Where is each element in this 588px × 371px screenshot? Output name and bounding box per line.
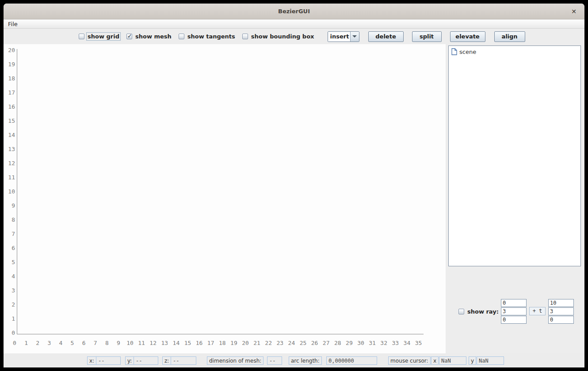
y-axis-tick-label: 18: [4, 75, 15, 82]
delete-button[interactable]: delete: [368, 31, 404, 42]
y-axis-tick-label: 19: [4, 61, 15, 68]
checkbox-box[interactable]: [179, 34, 184, 39]
x-axis-tick-label: 21: [253, 340, 260, 346]
main-content: 20191817161514131211109876543210 0123456…: [4, 44, 584, 353]
x-axis-tick-label: 18: [219, 340, 226, 346]
x-axis-tick-label: 13: [161, 340, 168, 346]
ray-direction-x-field[interactable]: [548, 299, 574, 307]
checkbox-box[interactable]: [79, 34, 84, 39]
scene-tree-panel[interactable]: scene: [448, 45, 581, 266]
ray-operator-label: + t: [529, 307, 546, 315]
chevron-down-icon: [352, 35, 357, 38]
arc-length-label: arc length:: [289, 356, 322, 365]
menu-file[interactable]: File: [4, 20, 22, 28]
y-axis-line: [17, 49, 17, 334]
y-axis-tick-label: 20: [4, 47, 15, 53]
checkbox-box[interactable]: [126, 34, 132, 39]
x-axis-tick-label: 23: [276, 340, 283, 346]
dropdown-arrow-button[interactable]: [350, 32, 359, 42]
y-axis-tick-label: 4: [4, 273, 15, 280]
x-axis-tick-label: 16: [196, 340, 203, 346]
x-axis-tick-label: 28: [334, 340, 341, 346]
x-axis-tick-label: 34: [404, 340, 411, 346]
elevate-button[interactable]: elevate: [450, 31, 485, 42]
x-axis-tick-label: 25: [300, 340, 307, 346]
y-axis-tick-label: 14: [4, 132, 15, 138]
y-coord-label: y:: [125, 356, 134, 365]
align-button[interactable]: align: [494, 31, 525, 42]
x-axis-tick-label: 27: [323, 340, 330, 346]
x-axis-tick-label: 8: [105, 340, 109, 346]
cursor-y-field: NaN: [477, 356, 504, 365]
x-axis-tick-label: 10: [126, 340, 134, 346]
tree-node-label: scene: [459, 49, 476, 55]
y-axis-tick-label: 6: [4, 245, 15, 251]
checkbox-label[interactable]: show grid: [86, 32, 121, 41]
x-axis-tick-label: 9: [117, 340, 120, 346]
checkbox-show-bounding-box[interactable]: show bounding box: [242, 32, 316, 41]
checkbox-show-grid[interactable]: show grid: [79, 32, 121, 41]
cursor-y-label: y: [469, 356, 476, 365]
ray-origin-y-field[interactable]: [501, 307, 527, 315]
show-ray-checkbox[interactable]: [458, 309, 464, 314]
status-bar: x: -- y: -- z: -- dimension of mesh: -- …: [4, 353, 584, 367]
checkbox-label[interactable]: show tangents: [186, 32, 237, 41]
checkbox-show-tangents[interactable]: show tangents: [179, 32, 237, 41]
app-window: BezierGUI ✕ File show grid show mesh sho…: [4, 4, 584, 367]
cursor-x-label: x: [431, 356, 439, 365]
ray-origin-z-field[interactable]: [501, 316, 527, 324]
x-axis-tick-label: 14: [173, 340, 180, 346]
x-axis-tick-label: 0: [13, 340, 16, 346]
checkbox-box[interactable]: [242, 34, 248, 39]
checkbox-show-mesh[interactable]: show mesh: [126, 32, 173, 41]
y-axis-tick-label: 1: [4, 315, 15, 322]
y-axis-tick-label: 8: [4, 216, 15, 223]
drawing-canvas[interactable]: 20191817161514131211109876543210 0123456…: [4, 44, 446, 353]
y-coord-field: --: [134, 356, 158, 365]
x-axis-tick-label: 11: [138, 340, 145, 346]
insert-dropdown-value[interactable]: insert: [328, 32, 350, 42]
x-axis-tick-label: 1: [24, 340, 28, 346]
x-axis-tick-label: 17: [207, 340, 214, 346]
y-axis-tick-label: 13: [4, 146, 15, 152]
z-coord-label: z:: [162, 356, 171, 365]
checkbox-label[interactable]: show mesh: [134, 32, 173, 41]
show-ray-label[interactable]: show ray:: [467, 308, 499, 315]
ray-direction-y-field[interactable]: [548, 307, 574, 315]
x-axis-tick-label: 22: [265, 340, 272, 346]
y-axis-tick-label: 9: [4, 202, 15, 209]
cursor-x-field: NaN: [439, 356, 466, 365]
y-axis-tick-label: 3: [4, 287, 15, 294]
document-icon: [451, 48, 457, 55]
x-axis-tick-label: 2: [36, 340, 39, 346]
y-axis-tick-label: 10: [4, 188, 15, 195]
split-button[interactable]: split: [412, 31, 442, 42]
ray-panel: show ray: + t: [454, 298, 583, 333]
x-axis-tick-label: 35: [415, 340, 422, 346]
checkbox-label[interactable]: show bounding box: [250, 32, 316, 41]
x-axis-tick-label: 5: [71, 340, 74, 346]
ray-origin-fields: [501, 299, 527, 324]
mouse-cursor-label: mouse cursor:: [388, 356, 431, 365]
x-axis-tick-label: 19: [230, 340, 237, 346]
x-axis-tick-label: 4: [59, 340, 62, 346]
y-axis-tick-label: 11: [4, 174, 15, 181]
x-axis-tick-label: 15: [184, 340, 191, 346]
toolbar: show grid show mesh show tangents show b…: [4, 29, 584, 44]
y-axis-tick-label: 16: [4, 103, 15, 110]
y-axis-tick-label: 5: [4, 259, 15, 265]
close-icon[interactable]: ✕: [569, 7, 578, 16]
z-coord-field: --: [171, 356, 196, 365]
window-title: BezierGUI: [4, 8, 584, 15]
insert-dropdown[interactable]: insert: [328, 31, 359, 42]
y-axis-tick-label: 0: [4, 329, 15, 336]
ray-direction-z-field[interactable]: [548, 316, 574, 324]
x-axis-tick-label: 30: [357, 340, 364, 346]
x-axis-tick-label: 24: [288, 340, 295, 346]
ray-origin-x-field[interactable]: [501, 299, 527, 307]
tree-node-scene[interactable]: scene: [451, 48, 578, 55]
x-axis-tick-label: 20: [242, 340, 249, 346]
x-axis-tick-label: 6: [82, 340, 86, 346]
y-axis-tick-label: 2: [4, 301, 15, 308]
title-bar[interactable]: BezierGUI ✕: [4, 4, 584, 19]
